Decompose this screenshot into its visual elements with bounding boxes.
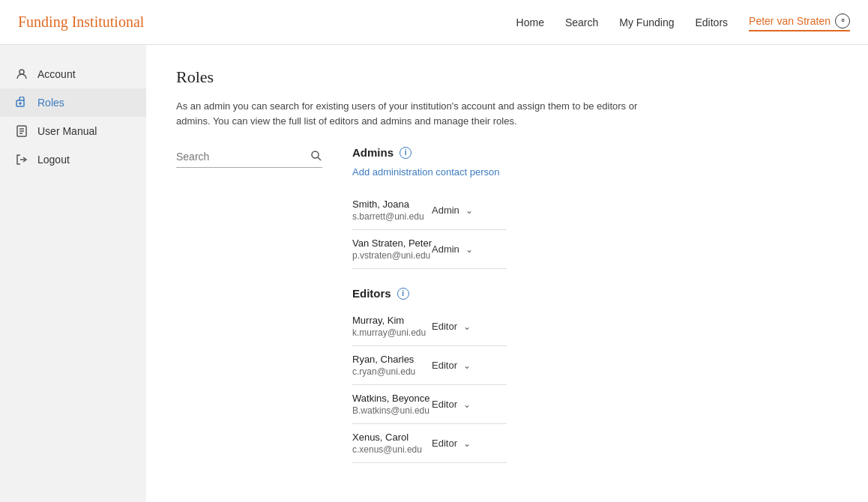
nav-search[interactable]: Search: [565, 16, 598, 28]
role-label: Admin: [432, 205, 459, 216]
search-container: [176, 146, 322, 168]
editors-section: Editors i Murray, Kim k.murray@uni.edu E…: [352, 287, 507, 463]
sidebar-user-manual-label: User Manual: [37, 125, 97, 137]
nav-editors[interactable]: Editors: [695, 16, 728, 28]
admins-section: Admins i Add administration contact pers…: [352, 146, 507, 269]
book-icon: [15, 124, 28, 138]
table-row: Murray, Kim k.murray@uni.edu Editor ⌄: [352, 307, 507, 346]
person-info: Ryan, Charles c.ryan@uni.edu: [352, 354, 415, 377]
person-email: s.barrett@uni.edu: [352, 211, 424, 222]
nav-my-funding[interactable]: My Funding: [619, 16, 674, 28]
person-name: Smith, Joana: [352, 199, 424, 210]
search-icon: [310, 150, 322, 162]
svg-point-8: [312, 151, 319, 158]
user-menu[interactable]: Peter van Straten ⚬: [749, 13, 850, 31]
person-email: k.murray@uni.edu: [352, 327, 426, 338]
chevron-down-icon: ⌄: [463, 399, 471, 410]
sidebar-item-account[interactable]: Account: [0, 60, 146, 88]
person-email: c.xenus@uni.edu: [352, 444, 422, 455]
table-row: Smith, Joana s.barrett@uni.edu Admin ⌄: [352, 191, 507, 230]
svg-point-2: [19, 103, 21, 104]
person-name: Van Straten, Peter: [352, 238, 432, 249]
sidebar-roles-label: Roles: [37, 97, 64, 109]
tag-icon: [15, 96, 28, 109]
person-info: Van Straten, Peter p.vstraten@uni.edu: [352, 238, 432, 261]
editors-info-icon[interactable]: i: [397, 288, 409, 300]
role-dropdown[interactable]: Editor ⌄: [432, 360, 507, 371]
username-label: Peter van Straten: [749, 15, 831, 27]
layout: Account Roles User Manual: [0, 45, 868, 502]
nav-home[interactable]: Home: [516, 16, 544, 28]
logo[interactable]: Funding Institutional: [18, 13, 144, 31]
logout-icon: [15, 153, 28, 166]
search-input[interactable]: [176, 146, 322, 168]
person-icon: [15, 67, 28, 81]
add-admin-link[interactable]: Add administration contact person: [352, 166, 507, 178]
admins-title: Admins: [352, 146, 394, 159]
chevron-down-icon: ⌄: [463, 360, 471, 371]
role-dropdown[interactable]: Editor ⌄: [432, 399, 507, 410]
role-label: Editor: [432, 399, 457, 410]
page-description: As an admin you can search for existing …: [176, 99, 656, 128]
person-name: Ryan, Charles: [352, 354, 415, 365]
person-email: B.watkins@uni.edu: [352, 405, 430, 416]
person-info: Murray, Kim k.murray@uni.edu: [352, 315, 426, 338]
sidebar: Account Roles User Manual: [0, 45, 146, 502]
chevron-down-icon: ⌄: [463, 438, 471, 449]
chevron-down-icon: ⌄: [465, 205, 473, 216]
person-name: Watkins, Beyonce: [352, 393, 430, 404]
role-label: Editor: [432, 438, 457, 449]
sidebar-item-roles[interactable]: Roles: [0, 88, 146, 117]
editors-title: Editors: [352, 287, 391, 300]
editors-section-header: Editors i: [352, 287, 507, 300]
svg-point-0: [19, 70, 24, 74]
main-nav: Home Search My Funding Editors Peter van…: [516, 13, 850, 31]
role-label: Editor: [432, 321, 457, 332]
table-row: Ryan, Charles c.ryan@uni.edu Editor ⌄: [352, 346, 507, 385]
role-dropdown[interactable]: Editor ⌄: [432, 321, 507, 332]
chevron-down-icon: ⌄: [465, 244, 473, 255]
table-row: Xenus, Carol c.xenus@uni.edu Editor ⌄: [352, 424, 507, 463]
admins-section-header: Admins i: [352, 146, 507, 159]
person-name: Murray, Kim: [352, 315, 426, 326]
person-email: p.vstraten@uni.edu: [352, 250, 432, 261]
header: Funding Institutional Home Search My Fun…: [0, 0, 868, 45]
role-dropdown[interactable]: Admin ⌄: [432, 205, 507, 216]
chevron-down-icon: ⌄: [463, 321, 471, 332]
table-row: Watkins, Beyonce B.watkins@uni.edu Edito…: [352, 385, 507, 424]
sidebar-item-logout[interactable]: Logout: [0, 145, 146, 174]
table-row: Van Straten, Peter p.vstraten@uni.edu Ad…: [352, 230, 507, 269]
roles-content: Admins i Add administration contact pers…: [352, 146, 507, 463]
person-info: Smith, Joana s.barrett@uni.edu: [352, 199, 424, 222]
main-content: Roles As an admin you can search for exi…: [146, 45, 868, 502]
person-name: Xenus, Carol: [352, 432, 422, 443]
admins-info-icon[interactable]: i: [400, 147, 412, 159]
page-title: Roles: [176, 67, 838, 87]
svg-line-9: [318, 157, 321, 160]
role-dropdown[interactable]: Admin ⌄: [432, 244, 507, 255]
role-label: Admin: [432, 244, 459, 255]
person-info: Xenus, Carol c.xenus@uni.edu: [352, 432, 422, 455]
sidebar-logout-label: Logout: [37, 154, 70, 166]
person-email: c.ryan@uni.edu: [352, 366, 415, 377]
user-icon: ⚬: [835, 13, 850, 28]
sidebar-item-user-manual[interactable]: User Manual: [0, 117, 146, 145]
search-button[interactable]: [310, 150, 322, 165]
person-info: Watkins, Beyonce B.watkins@uni.edu: [352, 393, 430, 416]
sidebar-account-label: Account: [37, 68, 76, 80]
role-dropdown[interactable]: Editor ⌄: [432, 438, 507, 449]
role-label: Editor: [432, 360, 457, 371]
